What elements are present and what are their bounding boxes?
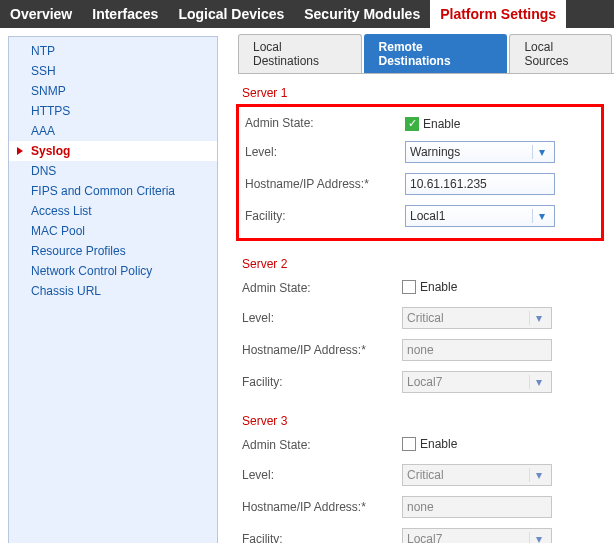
label-facility: Facility: [242, 532, 402, 544]
tab-security-modules[interactable]: Security Modules [294, 0, 430, 28]
server-1-block: Server 1 Admin State: ✓ Enable Level: [238, 74, 614, 245]
label-hostname: Hostname/IP Address:* [245, 177, 405, 191]
server-3-facility-value: Local7 [407, 532, 442, 544]
sidebar-item-ssh[interactable]: SSH [9, 61, 217, 81]
server-2-hostname-value: none [407, 343, 434, 357]
server-2-hostname-input[interactable]: none [402, 339, 552, 361]
server-2-facility-select[interactable]: Local7 ▾ [402, 371, 552, 393]
server-3-level-value: Critical [407, 468, 444, 482]
chevron-down-icon: ▾ [529, 311, 547, 325]
chevron-down-icon: ▾ [532, 145, 550, 159]
label-level: Level: [245, 145, 405, 159]
server-2-level-value: Critical [407, 311, 444, 325]
server-3-level-select[interactable]: Critical ▾ [402, 464, 552, 486]
subtab-local-destinations[interactable]: Local Destinations [238, 34, 362, 73]
server-1-facility-value: Local1 [410, 209, 445, 223]
chevron-down-icon: ▾ [532, 209, 550, 223]
server-1-highlight: Admin State: ✓ Enable Level: Warnings ▾ [236, 104, 604, 241]
checkbox-icon [402, 437, 416, 451]
server-2-facility-value: Local7 [407, 375, 442, 389]
server-2-block: Server 2 Admin State: Enable Level: Crit… [238, 245, 614, 402]
server-3-enable-checkbox[interactable]: Enable [402, 437, 457, 451]
sidebar-item-dns[interactable]: DNS [9, 161, 217, 181]
checkbox-icon [402, 280, 416, 294]
sidebar-item-access-list[interactable]: Access List [9, 201, 217, 221]
tab-platform-settings[interactable]: Platform Settings [430, 0, 566, 28]
subtab-remote-destinations[interactable]: Remote Destinations [364, 34, 508, 73]
server-2-level-select[interactable]: Critical ▾ [402, 307, 552, 329]
server-3-hostname-input[interactable]: none [402, 496, 552, 518]
sidebar-item-fips[interactable]: FIPS and Common Criteria [9, 181, 217, 201]
subtab-local-sources[interactable]: Local Sources [509, 34, 612, 73]
check-icon: ✓ [405, 117, 419, 131]
sidebar-item-snmp[interactable]: SNMP [9, 81, 217, 101]
label-facility: Facility: [242, 375, 402, 389]
sidebar-item-aaa[interactable]: AAA [9, 121, 217, 141]
label-admin-state: Admin State: [245, 116, 405, 130]
subtabs: Local Destinations Remote Destinations L… [238, 34, 614, 74]
server-1-facility-select[interactable]: Local1 ▾ [405, 205, 555, 227]
server-1-enable-checkbox[interactable]: ✓ Enable [405, 117, 460, 131]
enable-label: Enable [420, 280, 457, 294]
chevron-down-icon: ▾ [529, 532, 547, 544]
server-3-title: Server 3 [242, 408, 604, 432]
server-3-facility-select[interactable]: Local7 ▾ [402, 528, 552, 544]
sidebar-item-resource-profiles[interactable]: Resource Profiles [9, 241, 217, 261]
main-content: Local Destinations Remote Destinations L… [218, 28, 614, 543]
label-hostname: Hostname/IP Address:* [242, 500, 402, 514]
sidebar-item-mac-pool[interactable]: MAC Pool [9, 221, 217, 241]
server-1-title: Server 1 [242, 80, 604, 104]
label-level: Level: [242, 311, 402, 325]
tab-logical-devices[interactable]: Logical Devices [168, 0, 294, 28]
server-3-block: Server 3 Admin State: Enable Level: Crit… [238, 402, 614, 544]
server-2-enable-checkbox[interactable]: Enable [402, 280, 457, 294]
sidebar-item-network-control-policy[interactable]: Network Control Policy [9, 261, 217, 281]
server-1-hostname-value: 10.61.161.235 [410, 177, 487, 191]
label-level: Level: [242, 468, 402, 482]
tab-overview[interactable]: Overview [0, 0, 82, 28]
sidebar-item-ntp[interactable]: NTP [9, 41, 217, 61]
server-3-hostname-value: none [407, 500, 434, 514]
chevron-down-icon: ▾ [529, 375, 547, 389]
enable-label: Enable [420, 437, 457, 451]
server-1-level-select[interactable]: Warnings ▾ [405, 141, 555, 163]
enable-label: Enable [423, 117, 460, 131]
sidebar-item-syslog[interactable]: Syslog [9, 141, 217, 161]
label-admin-state: Admin State: [242, 438, 402, 452]
top-navigation: Overview Interfaces Logical Devices Secu… [0, 0, 614, 28]
server-2-title: Server 2 [242, 251, 604, 275]
chevron-down-icon: ▾ [529, 468, 547, 482]
sidebar-item-https[interactable]: HTTPS [9, 101, 217, 121]
sidebar: NTP SSH SNMP HTTPS AAA Syslog DNS FIPS a… [8, 36, 218, 543]
sidebar-item-chassis-url[interactable]: Chassis URL [9, 281, 217, 301]
server-1-hostname-input[interactable]: 10.61.161.235 [405, 173, 555, 195]
server-1-level-value: Warnings [410, 145, 460, 159]
label-facility: Facility: [245, 209, 405, 223]
label-hostname: Hostname/IP Address:* [242, 343, 402, 357]
label-admin-state: Admin State: [242, 281, 402, 295]
tab-interfaces[interactable]: Interfaces [82, 0, 168, 28]
